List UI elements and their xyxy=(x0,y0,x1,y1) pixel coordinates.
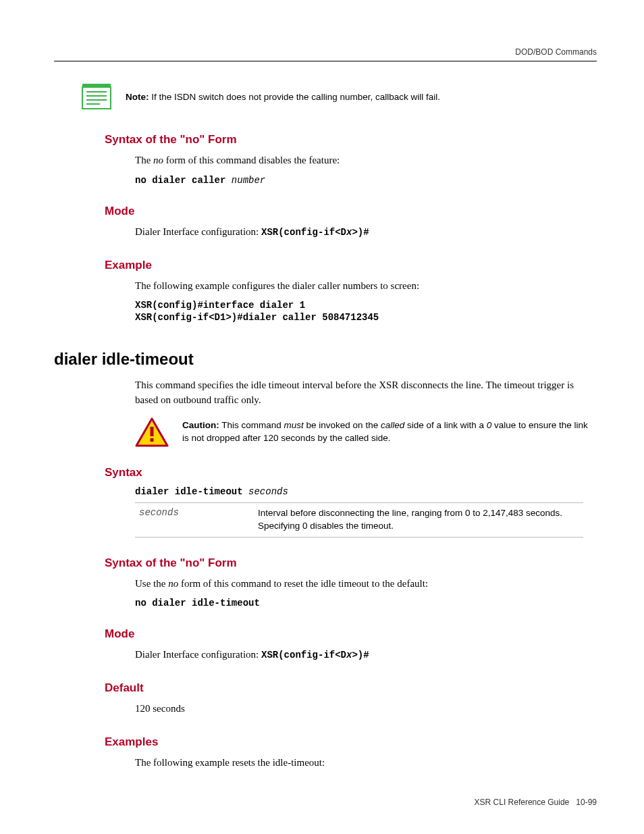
code-literal: >)# xyxy=(352,650,369,660)
heading-mode-1: Mode xyxy=(105,205,597,218)
text-fragment: side of a link with a xyxy=(404,420,487,430)
note-icon xyxy=(81,82,112,113)
param-desc-cell: Interval before disconnecting the line, … xyxy=(254,502,583,537)
mode-text-1: Dialer Interface configuration: XSR(conf… xyxy=(135,225,597,240)
examples-intro: The following example resets the idle-ti… xyxy=(135,756,597,771)
footer-page-number: 10-99 xyxy=(576,798,597,807)
heading-no-form-1: Syntax of the "no" Form xyxy=(105,133,597,147)
svg-rect-7 xyxy=(151,427,154,436)
caution-label: Caution: xyxy=(182,420,219,430)
caution-icon xyxy=(135,417,169,447)
caution-text: Caution: This command must be invoked on… xyxy=(182,419,597,445)
note-callout: Note: If the ISDN switch does not provid… xyxy=(81,82,597,113)
page-container: DOD/BOD Commands Note: If the ISDN switc… xyxy=(0,0,644,834)
no-form-intro-1: The no form of this command disables the… xyxy=(135,153,597,168)
note-body: If the ISDN switch does not provide the … xyxy=(149,92,440,102)
command-title: dialer idle-timeout xyxy=(54,350,597,369)
no-form-code-2: no dialer idle-timeout xyxy=(135,598,597,608)
header-breadcrumb: DOD/BOD Commands xyxy=(54,47,597,57)
svg-rect-1 xyxy=(82,87,111,109)
heading-mode-2: Mode xyxy=(105,627,597,641)
heading-no-form-2: Syntax of the "no" Form xyxy=(105,556,597,570)
command-intro: This command specifies the idle timeout … xyxy=(135,378,597,408)
note-label: Note: xyxy=(126,92,149,102)
text-emphasis: no xyxy=(153,155,163,165)
text-fragment: This command xyxy=(219,420,284,430)
heading-example-1: Example xyxy=(105,259,597,272)
code-literal: XSR(config-if<D xyxy=(261,650,346,660)
code-literal: no dialer caller xyxy=(135,175,232,186)
parameter-table: seconds Interval before disconnecting th… xyxy=(135,502,583,538)
note-text: Note: If the ISDN switch does not provid… xyxy=(126,91,440,104)
syntax-code: dialer idle-timeout seconds xyxy=(135,486,597,497)
text-fragment: form of this command disables the featur… xyxy=(163,155,340,165)
code-param: number xyxy=(232,175,265,186)
text-fragment: Dialer Interface configuration: xyxy=(135,649,261,660)
text-fragment: Dialer Interface configuration: xyxy=(135,226,261,237)
example-code-line-2: XSR(config-if<D1>)#dialer caller 5084712… xyxy=(135,312,597,323)
code-literal: no dialer idle-timeout xyxy=(135,598,260,608)
text-fragment: The xyxy=(135,155,153,165)
default-value: 120 seconds xyxy=(135,702,597,716)
example-code-line-1: XSR(config)#interface dialer 1 xyxy=(135,300,597,311)
example-intro-1: The following example configures the dia… xyxy=(135,279,597,294)
no-form-code-1: no dialer caller number xyxy=(135,175,597,186)
heading-syntax: Syntax xyxy=(105,466,597,479)
mode-text-2: Dialer Interface configuration: XSR(conf… xyxy=(135,648,597,662)
param-name-cell: seconds xyxy=(135,502,254,537)
code-literal: XSR(config-if<D xyxy=(261,227,346,238)
code-literal: >)# xyxy=(352,227,369,238)
table-row: seconds Interval before disconnecting th… xyxy=(135,502,583,537)
svg-rect-8 xyxy=(151,438,154,442)
code-param: seconds xyxy=(248,486,288,497)
page-footer: XSR CLI Reference Guide 10-99 xyxy=(54,798,597,807)
code-literal: dialer idle-timeout xyxy=(135,486,248,497)
text-fragment: be invoked on the xyxy=(304,420,381,430)
text-fragment: form of this command to reset the idle t… xyxy=(178,578,428,589)
text-emphasis: no xyxy=(168,578,178,589)
caution-callout: Caution: This command must be invoked on… xyxy=(135,417,597,447)
header-rule xyxy=(54,61,597,61)
text-emphasis: must xyxy=(284,420,304,430)
text-emphasis: called xyxy=(381,420,404,430)
heading-examples: Examples xyxy=(105,735,597,749)
text-fragment: Use the xyxy=(135,578,168,589)
no-form-intro-2: Use the no form of this command to reset… xyxy=(135,577,597,592)
footer-doc-title: XSR CLI Reference Guide xyxy=(475,798,570,807)
heading-default: Default xyxy=(105,681,597,695)
